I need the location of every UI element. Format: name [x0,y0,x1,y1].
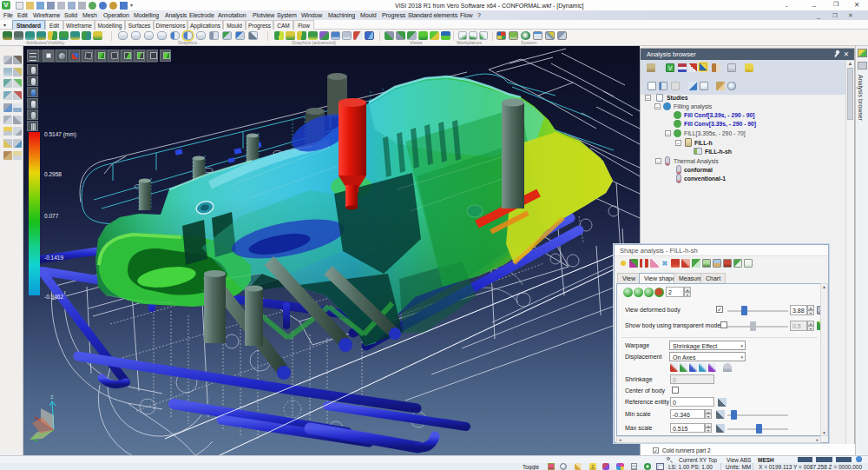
svg-text:0.2958: 0.2958 [44,171,62,177]
svg-text:0.5147 (mm): 0.5147 (mm) [44,131,76,138]
svg-text:-0.1419: -0.1419 [44,255,63,261]
svg-text:-0.3462: -0.3462 [44,294,63,300]
svg-text:Z: Z [50,394,54,400]
svg-text:0.077: 0.077 [44,213,59,219]
